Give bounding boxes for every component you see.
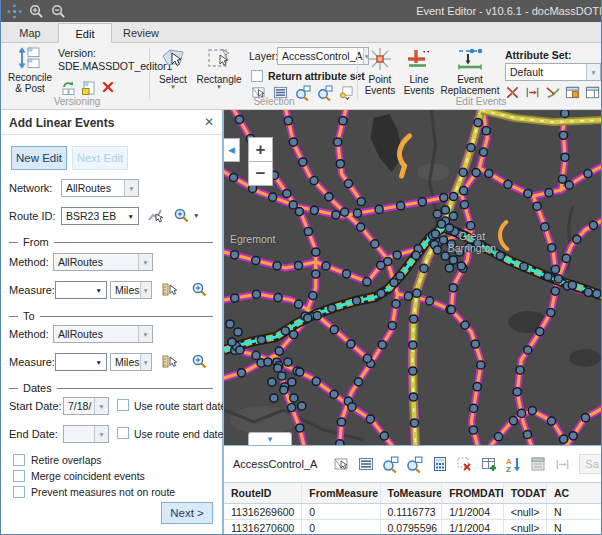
from-method-value: AllRoutes bbox=[58, 256, 103, 268]
delete-version-icon[interactable] bbox=[101, 80, 118, 97]
use-route-end-checkbox[interactable] bbox=[117, 427, 129, 439]
route-zoom-icon[interactable] bbox=[173, 207, 190, 224]
from-method-label: Method: bbox=[9, 256, 49, 268]
table-clear-selection-icon[interactable] bbox=[455, 455, 473, 473]
retire-overlaps-label: Retire overlaps bbox=[31, 454, 102, 466]
column-header[interactable]: ToMeasure bbox=[381, 483, 443, 503]
return-attribute-checkbox[interactable] bbox=[251, 70, 263, 82]
from-units-caret: ▼ bbox=[140, 282, 151, 298]
to-units-caret: ▼ bbox=[140, 354, 151, 370]
merge-events-icon[interactable] bbox=[545, 85, 562, 102]
table-pan-to-selected-icon[interactable] bbox=[406, 455, 424, 473]
event-replacement-button[interactable]: Event Replacement bbox=[439, 46, 501, 96]
network-caret: ▼ bbox=[124, 180, 138, 196]
to-measure-combo[interactable]: ▼ bbox=[55, 353, 107, 371]
layer-label: Layer: bbox=[249, 50, 278, 62]
events-panel-icon[interactable] bbox=[585, 85, 602, 102]
to-measure-pick-icon[interactable] bbox=[161, 353, 178, 370]
column-header[interactable]: TODATE bbox=[504, 483, 547, 503]
tab-edit[interactable]: Edit bbox=[58, 23, 112, 44]
end-date-label: End Date: bbox=[9, 428, 58, 440]
table-row[interactable]: 1131627060000.07955961/1/2004<null>N bbox=[224, 520, 602, 535]
select-button[interactable]: Select ▼ bbox=[153, 46, 193, 90]
column-header[interactable]: RouteID bbox=[224, 483, 302, 503]
attribute-set-combo[interactable]: Default ▼ bbox=[505, 63, 601, 81]
new-version-icon[interactable] bbox=[81, 80, 98, 97]
network-label: Network: bbox=[9, 182, 52, 194]
table-cell: N bbox=[547, 520, 602, 535]
table-cell: 11316270600 bbox=[224, 520, 302, 535]
table-add-record-icon[interactable] bbox=[480, 455, 498, 473]
point-events-button[interactable]: Point Events bbox=[361, 46, 399, 96]
zoom-in-tool-icon[interactable] bbox=[28, 3, 45, 20]
table-insert-measure-icon-disabled bbox=[554, 455, 572, 473]
table-cell: 0 bbox=[302, 504, 380, 519]
prevent-measures-checkbox[interactable] bbox=[13, 486, 25, 498]
map-view[interactable]: Egremont Great Barrington ◀ + − ▼ bbox=[223, 110, 602, 445]
rectangle-button[interactable]: Rectangle ▼ bbox=[194, 46, 244, 90]
layer-combo[interactable]: AccessControl_A ▼ bbox=[277, 47, 369, 65]
table-toolbar: AccessControl_A AZ bbox=[224, 446, 602, 483]
from-measure-combo[interactable]: ▼ bbox=[55, 281, 107, 299]
pan-to-selection-icon[interactable] bbox=[317, 85, 334, 102]
table-cell: <null> bbox=[504, 504, 547, 519]
new-edit-button[interactable]: New Edit bbox=[11, 146, 67, 170]
selection-group-label: Selection bbox=[229, 96, 319, 107]
table-zoom-to-selected-icon[interactable] bbox=[382, 455, 400, 473]
from-units-combo[interactable]: Miles ▼ bbox=[110, 281, 152, 299]
select-route-on-map-icon[interactable] bbox=[147, 207, 164, 224]
table-form-view-icon[interactable] bbox=[529, 455, 547, 473]
table-cell: 11316269600 bbox=[224, 504, 302, 519]
to-measure-zoom-icon[interactable] bbox=[191, 353, 208, 370]
table-select-polygon-icon[interactable] bbox=[332, 455, 350, 473]
clear-selection-icon[interactable] bbox=[339, 85, 356, 102]
from-method-caret: ▼ bbox=[138, 254, 152, 270]
next-edit-button[interactable]: Next Edit bbox=[72, 146, 128, 170]
to-method-combo[interactable]: AllRoutes ▼ bbox=[53, 325, 153, 343]
reconcile-post-button[interactable]: Reconcile & Post bbox=[5, 46, 55, 94]
route-id-combo[interactable]: BSR23 EB ▼ bbox=[61, 207, 139, 225]
line-events-button[interactable]: Line Events bbox=[401, 46, 437, 96]
attributes-window-icon[interactable] bbox=[565, 85, 582, 102]
select-dropdown-caret: ▼ bbox=[170, 85, 176, 90]
end-date-combo[interactable]: ▼ bbox=[63, 425, 109, 443]
from-method-combo[interactable]: AllRoutes ▼ bbox=[53, 253, 153, 271]
column-header[interactable]: FromMeasure bbox=[302, 483, 380, 503]
retire-overlaps-checkbox[interactable] bbox=[13, 454, 25, 466]
collapse-panel-button[interactable]: ◀ bbox=[224, 138, 240, 162]
from-measure-pick-icon[interactable] bbox=[161, 281, 178, 298]
merge-coincident-checkbox[interactable] bbox=[13, 470, 25, 482]
column-header[interactable]: AC bbox=[547, 483, 602, 503]
table-row[interactable]: 1131626960000.11167731/1/2004<null>N bbox=[224, 504, 602, 520]
to-units-combo[interactable]: Miles ▼ bbox=[110, 353, 152, 371]
next-button[interactable]: Next > bbox=[161, 502, 213, 524]
collapse-table-button[interactable]: ▼ bbox=[248, 432, 292, 445]
table-calculate-icon[interactable] bbox=[431, 455, 449, 473]
use-route-start-checkbox[interactable] bbox=[117, 399, 129, 411]
tab-map[interactable]: Map bbox=[7, 23, 53, 43]
to-measure-caret: ▼ bbox=[92, 359, 106, 366]
map-zoom-out-button[interactable]: − bbox=[248, 161, 273, 186]
map-canvas[interactable] bbox=[224, 110, 602, 445]
panel-close-icon[interactable]: ✕ bbox=[204, 115, 214, 129]
pan-icon[interactable] bbox=[6, 3, 23, 20]
column-header[interactable]: FROMDATE bbox=[442, 483, 504, 503]
refresh-version-icon[interactable] bbox=[61, 80, 78, 97]
to-method-value: AllRoutes bbox=[58, 328, 103, 340]
zoom-out-tool-icon[interactable] bbox=[50, 3, 67, 20]
end-date-caret: ▼ bbox=[94, 426, 108, 442]
table-list-icon[interactable] bbox=[357, 455, 375, 473]
route-zoom-caret[interactable]: ▼ bbox=[193, 212, 199, 219]
from-measure-label: Measure: bbox=[9, 284, 55, 296]
table-cell: 1/1/2004 bbox=[442, 520, 504, 535]
tab-review[interactable]: Review bbox=[113, 23, 169, 43]
network-combo[interactable]: AllRoutes ▼ bbox=[61, 179, 139, 197]
start-date-combo[interactable]: 7/18/ ▼ bbox=[63, 397, 109, 415]
start-date-label: Start Date: bbox=[9, 400, 62, 412]
panel-header: Add Linear Events ✕ bbox=[1, 110, 222, 135]
map-zoom-in-button[interactable]: + bbox=[248, 137, 273, 162]
to-units-value: Miles bbox=[115, 356, 140, 368]
table-sort-icon[interactable]: AZ bbox=[505, 455, 523, 473]
from-measure-zoom-icon[interactable] bbox=[191, 281, 208, 298]
route-id-label: Route ID: bbox=[9, 210, 55, 222]
